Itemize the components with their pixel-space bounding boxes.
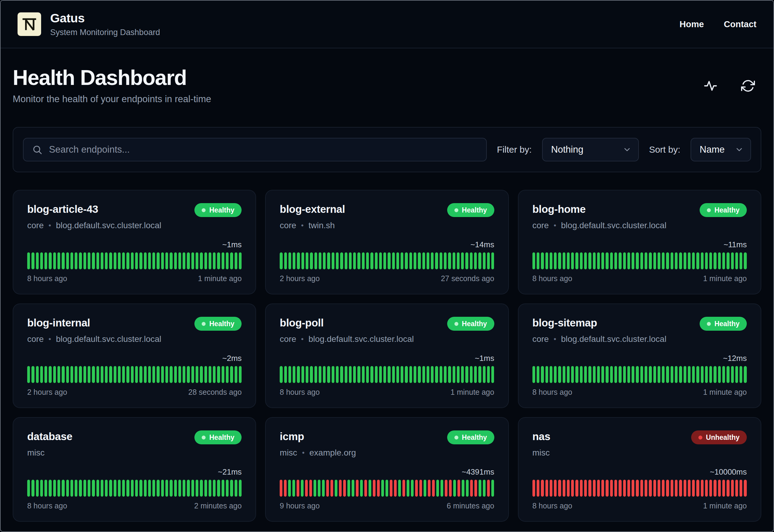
status-bar[interactable]: [44, 480, 47, 497]
status-bar[interactable]: [606, 252, 608, 269]
status-bar[interactable]: [305, 480, 308, 497]
refresh-button[interactable]: [740, 78, 756, 94]
status-bar[interactable]: [44, 252, 47, 269]
status-bar[interactable]: [148, 252, 151, 269]
status-bar[interactable]: [649, 366, 652, 383]
status-bar[interactable]: [235, 366, 237, 383]
status-bar[interactable]: [409, 252, 412, 269]
status-bar[interactable]: [319, 252, 321, 269]
status-bar[interactable]: [588, 480, 591, 497]
status-bar[interactable]: [740, 480, 742, 497]
status-bar[interactable]: [288, 252, 291, 269]
status-bar[interactable]: [431, 252, 434, 269]
status-bar[interactable]: [157, 252, 159, 269]
status-bar[interactable]: [394, 480, 397, 497]
status-bar[interactable]: [541, 366, 544, 383]
status-bar[interactable]: [422, 252, 425, 269]
status-bar[interactable]: [379, 252, 382, 269]
endpoint-card[interactable]: blog-home Healthy core • blog.default.sv…: [518, 190, 761, 294]
status-bar[interactable]: [705, 480, 708, 497]
endpoint-card[interactable]: blog-internal Healthy core • blog.defaul…: [13, 303, 256, 408]
status-bar[interactable]: [49, 366, 51, 383]
status-bar[interactable]: [718, 480, 721, 497]
status-bar[interactable]: [537, 252, 539, 269]
status-bar[interactable]: [474, 252, 477, 269]
status-bar[interactable]: [27, 480, 30, 497]
status-bar[interactable]: [297, 480, 299, 497]
status-bar[interactable]: [213, 480, 216, 497]
status-bar[interactable]: [537, 480, 539, 497]
status-bar[interactable]: [326, 480, 329, 497]
nav-link-home[interactable]: Home: [679, 19, 704, 29]
status-bar[interactable]: [632, 252, 634, 269]
status-bar[interactable]: [571, 366, 574, 383]
status-bar[interactable]: [109, 480, 112, 497]
status-bar[interactable]: [353, 366, 356, 383]
status-bar[interactable]: [679, 252, 682, 269]
status-bar[interactable]: [57, 480, 60, 497]
status-bar[interactable]: [139, 480, 142, 497]
status-bar[interactable]: [575, 366, 578, 383]
status-bar[interactable]: [653, 480, 656, 497]
status-bar[interactable]: [554, 366, 557, 383]
status-bar[interactable]: [165, 252, 168, 269]
status-bar[interactable]: [200, 252, 203, 269]
status-bar[interactable]: [418, 366, 421, 383]
status-bar[interactable]: [541, 252, 544, 269]
status-bar[interactable]: [597, 252, 600, 269]
status-bar[interactable]: [532, 480, 535, 497]
status-bar[interactable]: [545, 252, 548, 269]
status-bar[interactable]: [491, 252, 494, 269]
status-bar[interactable]: [118, 480, 121, 497]
status-bar[interactable]: [444, 252, 447, 269]
status-bar[interactable]: [191, 366, 194, 383]
status-bar[interactable]: [332, 252, 334, 269]
status-bar[interactable]: [148, 366, 151, 383]
status-bar[interactable]: [288, 480, 291, 497]
status-bar[interactable]: [636, 366, 639, 383]
status-bar[interactable]: [427, 252, 429, 269]
status-bar[interactable]: [428, 480, 431, 497]
status-bar[interactable]: [487, 252, 490, 269]
status-bar[interactable]: [364, 480, 367, 497]
status-bar[interactable]: [170, 480, 172, 497]
status-bar[interactable]: [135, 480, 138, 497]
status-bar[interactable]: [696, 252, 699, 269]
status-bar[interactable]: [448, 366, 451, 383]
status-bar[interactable]: [79, 480, 82, 497]
status-bar[interactable]: [109, 366, 112, 383]
status-bar[interactable]: [688, 480, 691, 497]
status-bar[interactable]: [550, 252, 552, 269]
status-bar[interactable]: [381, 480, 384, 497]
status-bar[interactable]: [419, 480, 422, 497]
status-bar[interactable]: [118, 366, 121, 383]
status-bar[interactable]: [323, 366, 326, 383]
status-bar[interactable]: [62, 366, 64, 383]
status-bar[interactable]: [636, 252, 639, 269]
status-bar[interactable]: [204, 252, 207, 269]
status-bar[interactable]: [44, 366, 47, 383]
status-bar[interactable]: [88, 252, 90, 269]
status-bar[interactable]: [453, 366, 455, 383]
status-bar[interactable]: [448, 252, 451, 269]
status-bar[interactable]: [727, 252, 729, 269]
status-bar[interactable]: [679, 480, 682, 497]
status-bar[interactable]: [479, 480, 481, 497]
status-bar[interactable]: [336, 366, 339, 383]
status-bar[interactable]: [135, 366, 138, 383]
status-bar[interactable]: [614, 480, 617, 497]
status-bar[interactable]: [204, 366, 207, 383]
status-bar[interactable]: [541, 480, 544, 497]
status-bar[interactable]: [714, 366, 716, 383]
status-bar[interactable]: [66, 252, 69, 269]
status-bar[interactable]: [92, 480, 95, 497]
status-bar[interactable]: [545, 480, 548, 497]
status-bar[interactable]: [666, 366, 669, 383]
status-bar[interactable]: [440, 252, 442, 269]
status-bar[interactable]: [62, 480, 64, 497]
status-bar[interactable]: [191, 480, 194, 497]
status-bar[interactable]: [470, 480, 473, 497]
status-bar[interactable]: [614, 366, 617, 383]
status-bar[interactable]: [593, 366, 596, 383]
status-bar[interactable]: [658, 366, 660, 383]
